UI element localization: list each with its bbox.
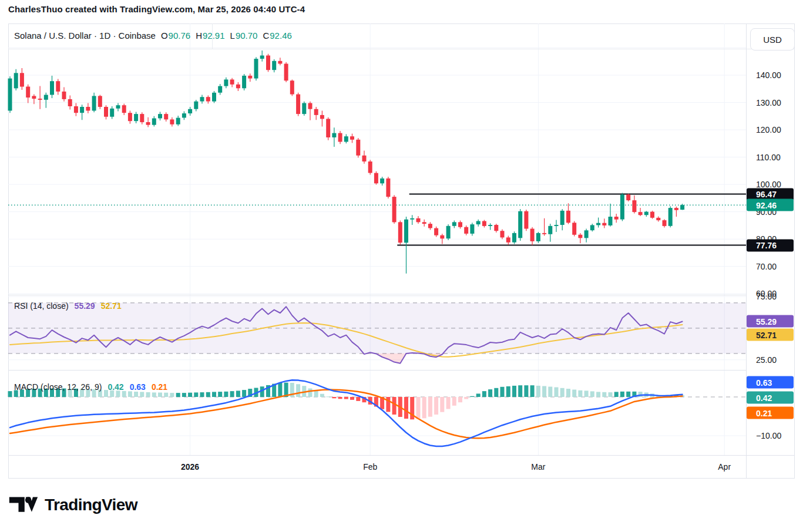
macd-histogram-bar[interactable] (314, 391, 318, 397)
time-tick-Feb[interactable]: Feb (363, 462, 377, 472)
candle[interactable] (98, 96, 102, 107)
candle[interactable] (380, 179, 384, 183)
macd-histogram-bar[interactable] (224, 392, 228, 397)
candle[interactable] (122, 105, 126, 113)
candle[interactable] (56, 81, 60, 92)
rsi-label-25.00[interactable]: 25.00 (756, 355, 777, 365)
macd-histogram-bar[interactable] (296, 384, 300, 397)
macd-histogram-bar[interactable] (620, 392, 624, 397)
price-label-70.00[interactable]: 70.00 (756, 262, 777, 271)
macd-histogram-bar[interactable] (476, 393, 481, 397)
candle[interactable] (272, 61, 276, 70)
macd-histogram-bar[interactable] (128, 391, 132, 397)
candle[interactable] (506, 237, 510, 242)
candle[interactable] (302, 103, 306, 115)
candle[interactable] (182, 113, 186, 117)
candle[interactable] (639, 212, 643, 215)
candle[interactable] (560, 211, 565, 225)
candle[interactable] (488, 225, 492, 226)
candle[interactable] (260, 56, 264, 59)
macd-histogram-bar[interactable] (578, 390, 582, 397)
macd-histogram-bar[interactable] (200, 392, 204, 397)
chart-canvas[interactable] (0, 0, 803, 532)
macd-histogram-bar[interactable] (134, 392, 138, 397)
candle[interactable] (32, 96, 36, 99)
macd-histogram-bar[interactable] (566, 389, 570, 397)
axis-badge-0.21[interactable]: 0.21 (747, 407, 794, 419)
candle[interactable] (500, 231, 505, 237)
candle[interactable] (368, 161, 372, 173)
candle[interactable] (440, 235, 444, 239)
macd-histogram-bar[interactable] (194, 392, 198, 397)
candle[interactable] (212, 93, 216, 102)
time-tick-Apr[interactable]: Apr (718, 462, 731, 472)
macd-histogram-bar[interactable] (164, 393, 168, 397)
candle[interactable] (398, 222, 402, 243)
candle[interactable] (596, 223, 600, 225)
macd-histogram-bar[interactable] (470, 396, 474, 397)
candle[interactable] (434, 228, 438, 235)
price-label-120.00[interactable]: 120.00 (756, 125, 781, 134)
candle[interactable] (386, 179, 390, 197)
macd-histogram-bar[interactable] (464, 397, 468, 399)
pane-separator-rsi[interactable] (8, 295, 746, 295)
candle[interactable] (656, 218, 660, 220)
macd-histogram-bar[interactable] (506, 386, 510, 397)
macd-histogram-bar[interactable] (572, 390, 576, 398)
candle[interactable] (566, 211, 570, 223)
axis-badge-77.76[interactable]: 77.76 (747, 239, 794, 251)
candle[interactable] (8, 79, 12, 111)
candle[interactable] (266, 56, 270, 70)
tradingview-logo[interactable]: TradingView (8, 494, 137, 516)
macd-histogram-bar[interactable] (332, 397, 336, 398)
candle[interactable] (146, 122, 150, 125)
macd-legend-title[interactable]: MACD (close, 12, 26, 9) (14, 382, 102, 392)
candle[interactable] (308, 103, 313, 109)
candle[interactable] (68, 99, 72, 106)
macd-histogram-bar[interactable] (434, 397, 438, 415)
macd-histogram-bar[interactable] (356, 397, 360, 401)
price-label-140.00[interactable]: 140.00 (756, 70, 781, 80)
macd-histogram-bar[interactable] (596, 392, 600, 397)
candle[interactable] (248, 76, 252, 79)
candle[interactable] (176, 118, 180, 124)
macd-histogram-bar[interactable] (392, 397, 397, 415)
candle[interactable] (44, 95, 48, 100)
macd-histogram-bar[interactable] (338, 397, 342, 399)
candle[interactable] (404, 220, 408, 243)
candle[interactable] (663, 220, 667, 226)
macd-histogram-bar[interactable] (218, 392, 222, 397)
macd-histogram-bar[interactable] (404, 397, 408, 419)
candle[interactable] (284, 64, 288, 81)
macd-histogram-bar[interactable] (614, 392, 619, 397)
axis-badge-0.63[interactable]: 0.63 (747, 376, 794, 389)
macd-histogram-bar[interactable] (590, 391, 594, 397)
macd-histogram-bar[interactable] (530, 385, 535, 397)
macd-histogram-bar[interactable] (176, 393, 180, 397)
candle[interactable] (512, 233, 516, 243)
candle[interactable] (614, 217, 619, 220)
candle[interactable] (338, 133, 342, 142)
candle[interactable] (80, 107, 84, 113)
candle[interactable] (555, 225, 559, 226)
macd-histogram-bar[interactable] (8, 391, 12, 397)
candle[interactable] (224, 79, 228, 86)
candle[interactable] (158, 114, 162, 118)
macd-histogram-bar[interactable] (512, 386, 516, 397)
candle[interactable] (422, 222, 426, 224)
candle[interactable] (650, 212, 654, 218)
candle[interactable] (632, 200, 636, 212)
macd-histogram-bar[interactable] (440, 397, 444, 412)
macd-histogram-bar[interactable] (230, 391, 234, 397)
candle[interactable] (374, 173, 378, 184)
candle[interactable] (644, 212, 649, 216)
candle[interactable] (416, 218, 421, 223)
candle[interactable] (134, 114, 138, 121)
candle[interactable] (482, 221, 486, 226)
rsi-label-75.00[interactable]: 75.00 (756, 292, 777, 301)
candle[interactable] (332, 133, 336, 137)
candle[interactable] (86, 107, 90, 111)
macd-histogram-bar[interactable] (212, 392, 216, 397)
macd-histogram-bar[interactable] (542, 386, 546, 398)
macd-histogram-bar[interactable] (500, 387, 505, 397)
